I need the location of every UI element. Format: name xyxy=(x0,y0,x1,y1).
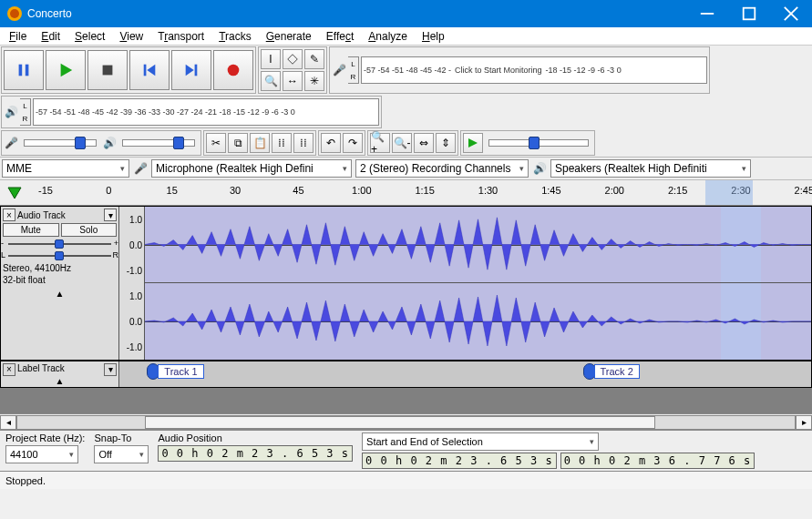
timeline-ticks: -15 0 15 30 45 1:00 1:15 1:30 1:45 2:00 … xyxy=(22,180,812,205)
transport-toolbar xyxy=(1,46,256,94)
horizontal-scrollbar[interactable]: ◂ ▸ xyxy=(0,413,812,430)
collapse-button[interactable]: ▲ xyxy=(3,376,117,386)
record-device-combo[interactable]: Microphone (Realtek High Defini▾ xyxy=(151,159,352,178)
close-button[interactable] xyxy=(770,0,812,27)
maximize-button[interactable] xyxy=(728,0,770,27)
minimize-button[interactable] xyxy=(686,0,728,27)
mixer-toolbar: 🎤 🔊 xyxy=(1,130,201,156)
zoom-in-button[interactable]: 🔍+ xyxy=(370,133,390,153)
pause-button[interactable] xyxy=(4,50,44,90)
audio-position-field[interactable]: 0 0 h 0 2 m 2 3 . 6 5 3 s xyxy=(158,445,353,462)
playback-device-combo[interactable]: Speakers (Realtek High Definiti▾ xyxy=(550,159,751,178)
edit-toolbar: ✂ ⧉ 📋 ⁞⁞ ⁞⁞ xyxy=(203,130,316,156)
play-at-speed-button[interactable] xyxy=(463,133,483,153)
copy-button[interactable]: ⧉ xyxy=(228,133,248,153)
waveform-area[interactable] xyxy=(145,207,811,360)
menu-file[interactable]: File xyxy=(4,28,32,45)
play-button[interactable] xyxy=(46,50,86,90)
scroll-left-button[interactable]: ◂ xyxy=(0,415,16,430)
track-menu-button[interactable]: ▾ xyxy=(104,363,117,376)
svg-rect-8 xyxy=(144,65,147,76)
menu-tracks[interactable]: Tracks xyxy=(213,28,257,45)
track-format: Stereo, 44100Hz xyxy=(3,263,117,273)
paste-button[interactable]: 📋 xyxy=(250,133,270,153)
label-text[interactable]: Track 1 xyxy=(158,364,203,379)
svg-marker-6 xyxy=(61,64,73,76)
mic-icon: 🎤 xyxy=(133,161,148,176)
track-close-button[interactable]: × xyxy=(3,363,15,376)
audio-host-combo[interactable]: MME▾ xyxy=(2,159,129,178)
menu-help[interactable]: Help xyxy=(416,28,450,45)
record-channels-combo[interactable]: 2 (Stereo) Recording Channels▾ xyxy=(355,159,529,178)
scroll-right-button[interactable]: ▸ xyxy=(796,415,812,430)
fit-project-button[interactable]: ⇕ xyxy=(436,133,456,153)
audio-track-header[interactable]: × Audio Track ▾ Mute Solo - + L R Stereo… xyxy=(1,207,119,360)
zoom-out-button[interactable]: 🔍- xyxy=(392,133,412,153)
cut-button[interactable]: ✂ xyxy=(206,133,226,153)
speaker-icon: 🔊 xyxy=(4,105,18,119)
timeline-ruler[interactable]: -15 0 15 30 45 1:00 1:15 1:30 1:45 2:00 … xyxy=(0,180,812,206)
speaker-icon: 🔊 xyxy=(532,161,547,176)
solo-button[interactable]: Solo xyxy=(61,223,118,237)
fit-selection-button[interactable]: ⇔ xyxy=(414,133,434,153)
playback-volume-slider[interactable] xyxy=(122,139,195,147)
label-track-header[interactable]: × Label Track ▾ ▲ xyxy=(1,361,119,387)
multi-tool[interactable]: ✳ xyxy=(304,71,324,91)
gain-slider[interactable]: - + xyxy=(8,239,111,249)
speaker-icon: 🔊 xyxy=(102,136,117,150)
transcription-toolbar xyxy=(460,130,595,156)
pan-slider[interactable]: L R xyxy=(8,251,111,260)
track-menu-button[interactable]: ▾ xyxy=(104,209,117,221)
mute-button[interactable]: Mute xyxy=(3,223,59,237)
stop-button[interactable] xyxy=(87,50,128,90)
selection-mode-combo[interactable]: Start and End of Selection▾ xyxy=(362,432,599,451)
selection-start-field[interactable]: 0 0 h 0 2 m 2 3 . 6 5 3 s xyxy=(362,453,557,469)
tools-toolbar: I ✎ 🔍 ↔ ✳ xyxy=(258,46,327,94)
label-track: × Label Track ▾ ▲ Track 1 Track 2 xyxy=(0,361,812,388)
menu-analyze[interactable]: Analyze xyxy=(363,28,413,45)
play-meter[interactable]: 🔊 LR -57 -54 -51 -48 -45 -42 -39 -36 -33… xyxy=(1,96,382,128)
statusbar: Stopped. xyxy=(0,471,812,489)
menu-view[interactable]: View xyxy=(114,28,149,45)
menu-generate[interactable]: Generate xyxy=(261,28,317,45)
label-track-body[interactable]: Track 1 Track 2 xyxy=(119,361,811,387)
label-marker[interactable]: Track 1 xyxy=(147,363,203,380)
svg-rect-7 xyxy=(103,66,113,76)
track-close-button[interactable]: × xyxy=(3,209,15,221)
menu-select[interactable]: Select xyxy=(69,28,110,45)
menu-effect[interactable]: Effect xyxy=(321,28,359,45)
waveform-right xyxy=(145,283,811,360)
menu-transport[interactable]: Transport xyxy=(152,28,210,45)
selection-tool[interactable]: I xyxy=(261,49,281,69)
playhead-icon xyxy=(7,187,22,199)
svg-rect-1 xyxy=(744,8,755,20)
project-rate-combo[interactable]: 44100▾ xyxy=(5,445,78,463)
silence-button[interactable]: ⁞⁞ xyxy=(293,133,313,153)
redo-button[interactable]: ↷ xyxy=(343,133,363,153)
menu-edit[interactable]: Edit xyxy=(36,28,66,45)
record-volume-slider[interactable] xyxy=(24,139,97,147)
svg-marker-9 xyxy=(147,65,155,76)
menubar: File Edit Select View Transport Tracks G… xyxy=(0,27,812,46)
record-button[interactable] xyxy=(213,50,253,90)
label-text[interactable]: Track 2 xyxy=(594,364,640,379)
play-speed-slider[interactable] xyxy=(488,139,589,147)
label-marker[interactable]: Track 2 xyxy=(583,363,640,380)
record-meter[interactable]: 🎤 LR -57 -54 -51 -48 -45 -42 - Click to … xyxy=(329,46,710,94)
collapse-button[interactable]: ▲ xyxy=(3,289,117,299)
skip-start-button[interactable] xyxy=(129,50,170,90)
zoom-tool[interactable]: 🔍 xyxy=(261,71,281,91)
snap-combo[interactable]: Off▾ xyxy=(94,445,149,463)
timeshift-tool[interactable]: ↔ xyxy=(283,71,303,91)
trim-button[interactable]: ⁞⁞ xyxy=(272,133,292,153)
draw-tool[interactable]: ✎ xyxy=(304,49,324,69)
selection-end-field[interactable]: 0 0 h 0 2 m 3 6 . 7 7 6 s xyxy=(560,453,755,469)
undo-button[interactable]: ↶ xyxy=(321,133,341,153)
mic-icon: 🎤 xyxy=(4,136,18,150)
svg-rect-4 xyxy=(19,65,23,76)
skip-end-button[interactable] xyxy=(171,50,211,90)
envelope-tool[interactable] xyxy=(283,49,303,69)
scroll-thumb[interactable] xyxy=(145,416,655,429)
status-text: Stopped. xyxy=(5,475,46,486)
device-toolbar: MME▾ 🎤 Microphone (Realtek High Defini▾ … xyxy=(0,157,812,180)
